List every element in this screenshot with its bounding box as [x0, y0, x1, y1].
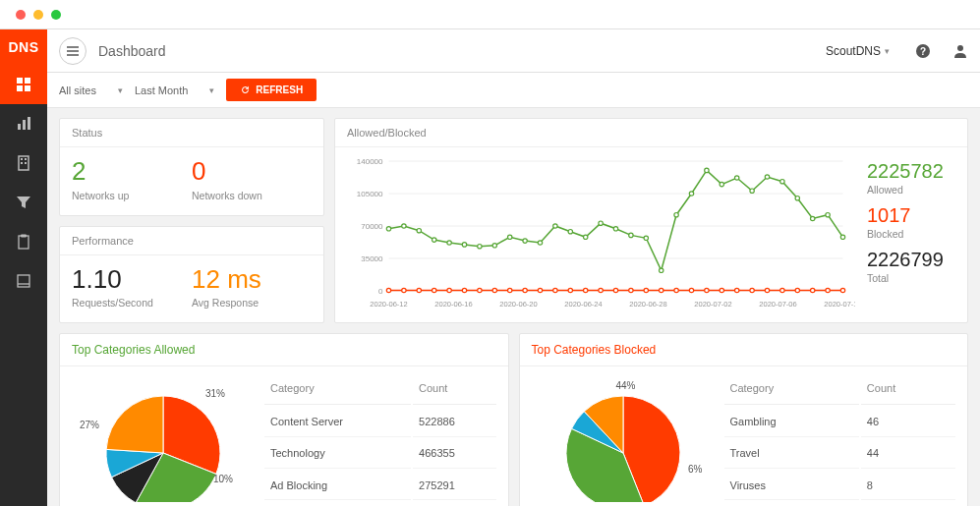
svg-point-93 [720, 288, 723, 292]
allowed-blocked-title: Allowed/Blocked [335, 119, 967, 147]
svg-point-82 [553, 288, 557, 292]
hamburger-icon [67, 46, 79, 56]
sidebar-item-filters[interactable] [0, 183, 47, 222]
svg-point-65 [765, 175, 769, 179]
cell-category: Gambling [724, 407, 859, 436]
cell-category: Content Server [264, 407, 411, 436]
bar-chart-icon [16, 116, 31, 132]
book-icon [16, 273, 31, 289]
table-row: Ad Blocking275291 [264, 471, 496, 500]
svg-point-91 [689, 288, 693, 292]
svg-text:2020-06-12: 2020-06-12 [370, 300, 407, 309]
svg-point-77 [478, 288, 482, 292]
table-row: Technology466355 [264, 439, 496, 469]
svg-point-56 [629, 233, 633, 237]
svg-point-68 [811, 216, 815, 220]
svg-point-101 [840, 288, 844, 292]
help-icon[interactable]: ? [915, 43, 931, 59]
top-allowed-table: Category Count Content Server522886Techn… [262, 374, 498, 502]
svg-text:2020-06-24: 2020-06-24 [564, 300, 602, 309]
window-minimize-button[interactable] [33, 10, 43, 20]
allowed-blocked-card: Allowed/Blocked 035000700001050001400002… [334, 118, 968, 323]
svg-point-49 [523, 239, 527, 243]
svg-rect-3 [25, 85, 30, 91]
cell-count: 44 [861, 439, 955, 469]
clipboard-icon [16, 234, 31, 250]
stat-allowed-value: 2225782 [867, 161, 959, 182]
chevron-down-icon: ▾ [118, 85, 123, 95]
svg-rect-11 [25, 162, 27, 164]
period-selector[interactable]: Last Month ▾ [135, 84, 214, 96]
building-icon [16, 155, 31, 171]
svg-point-83 [568, 288, 572, 292]
svg-point-97 [780, 288, 784, 292]
svg-rect-8 [21, 158, 23, 160]
rps-value: 1.10 [72, 265, 192, 294]
svg-point-53 [584, 235, 588, 239]
cell-category: Travel [724, 439, 859, 469]
allowed-blocked-chart: 035000700001050001400002020-06-122020-06… [341, 155, 855, 310]
grid-icon [16, 77, 31, 92]
window-close-button[interactable] [16, 10, 26, 20]
sidebar-item-logs[interactable] [0, 261, 47, 301]
svg-point-59 [674, 213, 678, 217]
svg-point-78 [492, 288, 496, 292]
refresh-button[interactable]: REFRESH [226, 79, 317, 101]
top-blocked-card: Top Categories Blocked 44% 6% Category C… [519, 333, 969, 506]
svg-text:70000: 70000 [361, 222, 383, 231]
networks-up-value: 2 [72, 157, 192, 186]
svg-point-75 [447, 288, 451, 292]
svg-point-21 [957, 45, 963, 51]
svg-point-55 [613, 227, 617, 231]
sidebar-item-policies[interactable] [0, 222, 47, 261]
rps-label: Requests/Second [72, 297, 192, 309]
pie-label-6: 6% [688, 464, 702, 475]
window-zoom-button[interactable] [51, 10, 61, 20]
svg-point-58 [660, 268, 663, 272]
cell-count: 275291 [413, 471, 495, 500]
performance-card-title: Performance [60, 227, 323, 255]
cell-count: 8 [861, 471, 955, 500]
svg-point-73 [417, 288, 421, 292]
svg-point-76 [462, 288, 466, 292]
svg-text:2020-07-02: 2020-07-02 [694, 300, 731, 309]
site-selector-value: All sites [59, 84, 96, 96]
sidebar-item-analytics[interactable] [0, 104, 47, 143]
col-count: Count [413, 376, 495, 405]
svg-point-63 [735, 176, 739, 180]
stat-blocked-label: Blocked [867, 228, 959, 240]
svg-point-54 [599, 221, 603, 225]
menu-toggle-button[interactable] [59, 37, 86, 65]
sidebar-item-sites[interactable] [0, 143, 47, 183]
svg-point-47 [492, 244, 496, 248]
svg-text:0: 0 [378, 287, 383, 296]
svg-point-74 [432, 288, 436, 292]
header-bar: Dashboard ScoutDNS ▾ ? [47, 29, 980, 73]
chevron-down-icon: ▾ [209, 85, 214, 95]
svg-point-69 [826, 213, 830, 217]
stat-total-value: 2226799 [867, 250, 959, 270]
networks-down-label: Networks down [192, 190, 312, 201]
site-selector[interactable]: All sites ▾ [59, 84, 123, 96]
top-blocked-pie: 44% 6% [530, 374, 717, 502]
account-label: ScoutDNS [826, 44, 881, 58]
account-menu[interactable]: ScoutDNS ▾ [826, 44, 890, 58]
table-row: Content Server522886 [264, 407, 496, 436]
avg-response-label: Avg Response [192, 297, 312, 309]
svg-point-51 [553, 224, 557, 228]
sidebar-item-dashboard[interactable] [0, 65, 47, 104]
svg-point-62 [720, 182, 723, 186]
svg-point-96 [765, 288, 769, 292]
svg-text:2020-06-28: 2020-06-28 [629, 300, 666, 309]
svg-point-98 [795, 288, 799, 292]
stat-total-label: Total [867, 272, 959, 284]
cell-category: Ad Blocking [264, 471, 411, 500]
svg-point-87 [629, 288, 633, 292]
cell-count: 46 [861, 407, 955, 436]
svg-point-86 [613, 288, 617, 292]
user-icon[interactable] [952, 43, 968, 59]
svg-text:?: ? [920, 45, 926, 56]
stat-blocked-value: 1017 [867, 205, 959, 226]
logo: DNS [0, 29, 47, 65]
top-allowed-card: Top Categories Allowed 31% 27% 10% Categ… [59, 333, 509, 506]
